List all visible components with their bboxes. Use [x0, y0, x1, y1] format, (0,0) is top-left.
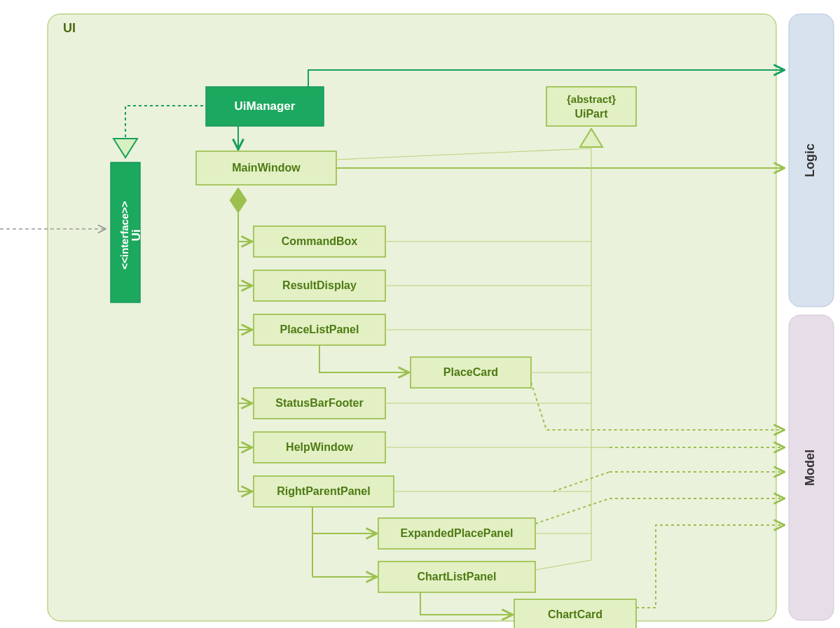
svg-text:RightParentPanel: RightParentPanel — [277, 485, 370, 497]
svg-text:ChartListPanel: ChartListPanel — [418, 571, 497, 582]
class-placelistpanel: PlaceListPanel — [254, 314, 385, 345]
class-chartlistpanel: ChartListPanel — [378, 561, 535, 592]
class-ui-interface: <<interface>> Ui — [111, 162, 143, 302]
class-statusbarfooter: StatusBarFooter — [254, 388, 385, 419]
svg-text:ExpandedPlacePanel: ExpandedPlacePanel — [401, 527, 514, 539]
svg-text:ResultDisplay: ResultDisplay — [282, 279, 357, 291]
class-uimanager: UiManager — [206, 87, 324, 126]
uimanager-label: UiManager — [235, 99, 296, 113]
class-helpwindow: HelpWindow — [254, 432, 385, 463]
class-mainwindow: MainWindow — [196, 151, 336, 185]
svg-text:StatusBarFooter: StatusBarFooter — [275, 397, 363, 409]
svg-text:PlaceListPanel: PlaceListPanel — [280, 323, 359, 335]
uipart-stereotype: {abstract} — [567, 93, 616, 105]
mainwindow-label: MainWindow — [232, 162, 301, 174]
package-logic: Logic — [789, 14, 834, 307]
class-placecard: PlaceCard — [411, 357, 531, 388]
class-rightparentpanel: RightParentPanel — [254, 476, 394, 507]
class-chartcard: ChartCard — [514, 599, 636, 628]
package-logic-label: Logic — [803, 144, 817, 177]
package-model-label: Model — [803, 449, 817, 486]
ui-interface-name: Ui — [130, 230, 143, 242]
class-resultdisplay: ResultDisplay — [254, 270, 385, 301]
package-model: Model — [789, 315, 834, 620]
svg-text:HelpWindow: HelpWindow — [286, 441, 353, 453]
ui-interface-stereotype: <<interface>> — [118, 201, 130, 270]
svg-text:CommandBox: CommandBox — [282, 235, 358, 247]
class-expandedplacepanel: ExpandedPlacePanel — [378, 518, 535, 549]
class-commandbox: CommandBox — [254, 226, 385, 257]
class-uipart: {abstract} UiPart — [546, 87, 636, 126]
package-ui-label: UI — [63, 21, 76, 35]
svg-text:PlaceCard: PlaceCard — [443, 366, 498, 378]
uipart-name: UiPart — [574, 108, 608, 120]
svg-text:ChartCard: ChartCard — [548, 608, 603, 620]
